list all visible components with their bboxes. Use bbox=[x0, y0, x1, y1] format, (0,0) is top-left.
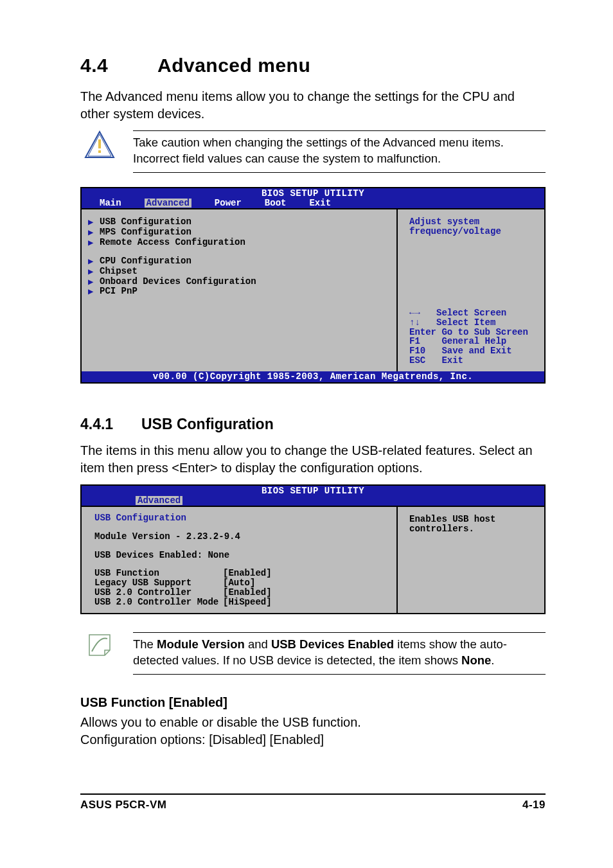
bios-help-pane: Enables USB host controllers. bbox=[396, 506, 544, 613]
bios-item-remote-access-configuration[interactable]: ▶Remote Access Configuration bbox=[88, 238, 390, 248]
key-f10: F10 Save and Exit bbox=[409, 346, 538, 356]
bios-tab-bar: MainAdvancedPowerBootExit bbox=[82, 199, 544, 209]
note-callout: The Module Version and USB Devices Enabl… bbox=[80, 632, 546, 675]
subsection-title: USB Configuration bbox=[141, 416, 274, 432]
submenu-arrow-icon: ▶ bbox=[88, 287, 93, 297]
submenu-arrow-icon: ▶ bbox=[88, 218, 93, 227]
submenu-arrow-icon: ▶ bbox=[88, 257, 93, 267]
bios-item-pci-pnp[interactable]: ▶PCI PnP bbox=[88, 287, 390, 297]
key-esc: ESC Exit bbox=[409, 356, 538, 366]
svg-rect-3 bbox=[98, 150, 101, 153]
key-select-item: ↑↓ Select Item bbox=[409, 318, 538, 328]
section-number: 4.4 bbox=[80, 55, 157, 76]
subsection-heading: 4.4.1USB Configuration bbox=[80, 416, 546, 433]
option-description: Allows you to enable or disable the USB … bbox=[80, 714, 546, 731]
bios-tab-boot[interactable]: Boot bbox=[265, 199, 287, 208]
bios-help-text: Adjust system frequency/voltage bbox=[409, 217, 538, 236]
submenu-arrow-icon: ▶ bbox=[88, 278, 93, 287]
bios-key-legend: ←→ Select Screen ↑↓ Select Item Enter Go… bbox=[409, 308, 538, 365]
bios-setting-usb-function[interactable]: USB Function[Enabled] bbox=[94, 569, 390, 578]
bios-usb-heading: USB Configuration bbox=[94, 513, 390, 523]
option-heading-usb-function: USB Function [Enabled] bbox=[80, 695, 546, 710]
submenu-arrow-icon: ▶ bbox=[88, 267, 93, 277]
note-icon bbox=[80, 632, 119, 658]
section-title: Advanced menu bbox=[157, 55, 310, 76]
key-f1: F1 General Help bbox=[409, 337, 538, 346]
bios-usb-configuration: BIOS SETUP UTILITY Advanced USB Configur… bbox=[80, 484, 546, 614]
bios-tab-exit[interactable]: Exit bbox=[309, 199, 331, 208]
footer-page-number: 4-19 bbox=[522, 799, 546, 811]
footer-product: ASUS P5CR-VM bbox=[80, 799, 166, 811]
caution-text: Take caution when changing the settings … bbox=[133, 130, 546, 173]
bios-menu-list: ▶USB Configuration ▶MPS Configuration ▶R… bbox=[82, 208, 396, 371]
bios-item-chipset[interactable]: ▶Chipset bbox=[88, 267, 390, 277]
subsection-intro: The items in this menu allow you to chan… bbox=[80, 442, 546, 477]
note-text: The Module Version and USB Devices Enabl… bbox=[133, 632, 546, 675]
bios-module-version: Module Version - 2.23.2-9.4 bbox=[94, 532, 390, 542]
bios-tab-advanced[interactable]: Advanced bbox=[145, 199, 191, 208]
bios-advanced-menu: BIOS SETUP UTILITY MainAdvancedPowerBoot… bbox=[80, 187, 546, 384]
bios-setting-usb20-controller-mode[interactable]: USB 2.0 Controller Mode[HiSpeed] bbox=[94, 598, 390, 607]
submenu-arrow-icon: ▶ bbox=[88, 238, 93, 248]
page-footer: ASUS P5CR-VM 4-19 bbox=[80, 793, 546, 811]
bios-item-mps-configuration[interactable]: ▶MPS Configuration bbox=[88, 227, 390, 238]
subsection-number: 4.4.1 bbox=[80, 416, 141, 433]
bios-title: BIOS SETUP UTILITY bbox=[82, 188, 544, 199]
bios-item-cpu-configuration[interactable]: ▶CPU Configuration bbox=[88, 256, 390, 267]
bios-setting-legacy-usb-support[interactable]: Legacy USB Support[Auto] bbox=[94, 578, 390, 588]
caution-callout: Take caution when changing the settings … bbox=[80, 130, 546, 173]
bios-help-text: Enables USB host controllers. bbox=[409, 515, 538, 533]
bios-tab-bar: Advanced bbox=[82, 496, 544, 506]
intro-paragraph: The Advanced menu items allow you to cha… bbox=[80, 88, 546, 123]
bios-tab-power[interactable]: Power bbox=[215, 199, 242, 208]
page: 4.4Advanced menu The Advanced menu items… bbox=[0, 0, 613, 837]
bios-tab-advanced[interactable]: Advanced bbox=[136, 496, 182, 506]
bios-item-onboard-devices-configuration[interactable]: ▶Onboard Devices Configuration bbox=[88, 277, 390, 287]
bios-usb-devices-enabled: USB Devices Enabled: None bbox=[94, 551, 390, 560]
submenu-arrow-icon: ▶ bbox=[88, 228, 93, 238]
bios-title: BIOS SETUP UTILITY bbox=[82, 486, 544, 496]
svg-rect-2 bbox=[98, 139, 101, 148]
key-enter: Enter Go to Sub Screen bbox=[409, 328, 538, 337]
bios-settings-pane: USB Configuration Module Version - 2.23.… bbox=[82, 506, 396, 613]
caution-icon bbox=[80, 130, 119, 159]
key-select-screen: ←→ Select Screen bbox=[409, 308, 538, 318]
option-config-values: Configuration options: [Disabled] [Enabl… bbox=[80, 731, 546, 748]
bios-copyright: v00.00 (C)Copyright 1985-2003, American … bbox=[82, 371, 544, 382]
section-heading: 4.4Advanced menu bbox=[80, 55, 546, 76]
bios-help-pane: Adjust system frequency/voltage ←→ Selec… bbox=[396, 208, 544, 371]
bios-tab-main[interactable]: Main bbox=[100, 199, 121, 208]
bios-item-usb-configuration[interactable]: ▶USB Configuration bbox=[88, 217, 390, 227]
bios-setting-usb20-controller[interactable]: USB 2.0 Controller[Enabled] bbox=[94, 588, 390, 598]
